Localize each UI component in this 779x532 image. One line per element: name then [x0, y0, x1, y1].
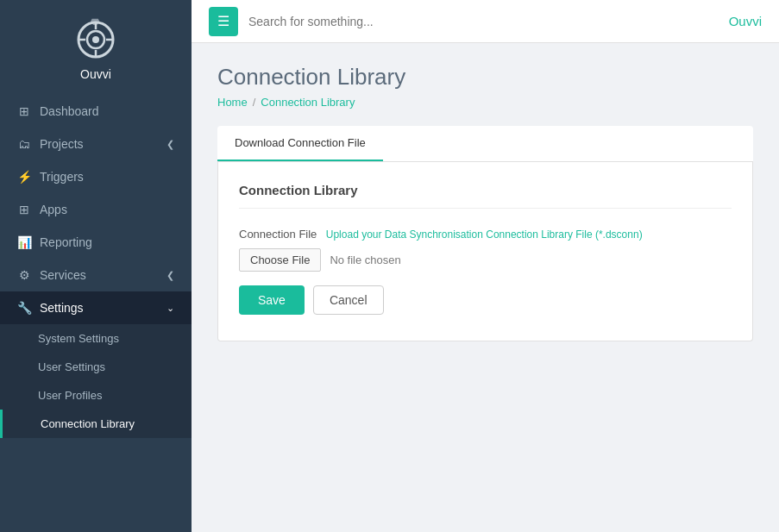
- page-content: Connection Library Home / Connection Lib…: [192, 43, 779, 532]
- topbar-username: Ouvvi: [729, 14, 762, 28]
- triggers-icon: ⚡: [17, 170, 31, 184]
- breadcrumb-current: Connection Library: [261, 96, 355, 109]
- chevron-icon: ❮: [166, 270, 174, 281]
- no-file-text: No file chosen: [330, 253, 400, 266]
- chevron-icon: ❮: [166, 139, 174, 150]
- sidebar-item-dashboard[interactable]: ⊞ Dashboard: [0, 95, 192, 128]
- sidebar-logo: Ouvvi: [0, 0, 192, 95]
- form-actions: Save Cancel: [239, 285, 732, 315]
- subnav-label: Connection Library: [41, 417, 135, 430]
- sidebar-item-label: Dashboard: [40, 104, 99, 118]
- tab-bar: Download Connection File: [217, 126, 753, 162]
- subnav-item-user-settings[interactable]: User Settings: [0, 353, 192, 381]
- services-icon: ⚙: [17, 268, 31, 282]
- breadcrumb-home-link[interactable]: Home: [217, 96, 248, 109]
- sidebar: Ouvvi ⊞ Dashboard 🗂 Projects ❮ ⚡ Trigger…: [0, 0, 192, 532]
- sidebar-item-projects[interactable]: 🗂 Projects ❮: [0, 128, 192, 160]
- subnav-item-user-profiles[interactable]: User Profiles: [0, 381, 192, 410]
- connection-library-card: Connection Library Connection File Uploa…: [217, 162, 753, 341]
- sidebar-item-label: Projects: [40, 137, 84, 151]
- sidebar-item-label: Triggers: [40, 170, 84, 184]
- sidebar-item-label: Settings: [40, 301, 84, 315]
- topbar: ☰ Ouvvi: [192, 0, 779, 43]
- sidebar-item-label: Services: [40, 268, 86, 282]
- sidebar-navigation: ⊞ Dashboard 🗂 Projects ❮ ⚡ Triggers ⊞ Ap…: [0, 95, 192, 532]
- topbar-left: ☰: [209, 7, 507, 36]
- save-button[interactable]: Save: [239, 285, 305, 315]
- settings-subnav: System Settings User Settings User Profi…: [0, 324, 192, 438]
- sidebar-item-apps[interactable]: ⊞ Apps: [0, 193, 192, 226]
- breadcrumb: Home / Connection Library: [217, 96, 753, 109]
- brand-name: Ouvvi: [80, 67, 111, 81]
- subnav-label: System Settings: [38, 332, 119, 345]
- sidebar-item-services[interactable]: ⚙ Services ❮: [0, 259, 192, 291]
- file-hint: Upload your Data Synchronisation Connect…: [326, 228, 643, 241]
- choose-file-button[interactable]: Choose File: [239, 248, 321, 272]
- svg-point-2: [92, 36, 99, 43]
- apps-icon: ⊞: [17, 203, 31, 216]
- page-title: Connection Library: [217, 64, 753, 91]
- tab-download-connection-file[interactable]: Download Connection File: [217, 126, 383, 161]
- main-area: ☰ Ouvvi Connection Library Home / Connec…: [192, 0, 779, 532]
- chevron-down-icon: ⌄: [166, 303, 174, 314]
- breadcrumb-separator: /: [253, 96, 256, 109]
- dashboard-icon: ⊞: [17, 104, 31, 118]
- subnav-item-system-settings[interactable]: System Settings: [0, 324, 192, 353]
- settings-icon: 🔧: [17, 301, 31, 315]
- cancel-button[interactable]: Cancel: [313, 285, 384, 315]
- tab-label: Download Connection File: [235, 136, 366, 149]
- card-title: Connection Library: [239, 183, 732, 209]
- sidebar-item-reporting[interactable]: 📊 Reporting: [0, 226, 192, 259]
- subnav-label: User Profiles: [38, 389, 102, 402]
- sidebar-item-settings[interactable]: 🔧 Settings ⌄: [0, 291, 192, 324]
- projects-icon: 🗂: [17, 137, 31, 151]
- search-input[interactable]: [248, 15, 507, 28]
- file-upload-row: Connection File Upload your Data Synchro…: [239, 226, 732, 272]
- sidebar-item-label: Reporting: [40, 235, 92, 249]
- brand-logo-icon: [73, 17, 118, 62]
- file-label: Connection File: [239, 228, 317, 241]
- menu-button[interactable]: ☰: [209, 7, 238, 36]
- reporting-icon: 📊: [17, 235, 31, 249]
- subnav-item-connection-library[interactable]: Connection Library: [0, 410, 192, 438]
- file-input-row: Choose File No file chosen: [239, 248, 401, 272]
- subnav-label: User Settings: [38, 360, 105, 373]
- sidebar-item-triggers[interactable]: ⚡ Triggers: [0, 160, 192, 193]
- sidebar-item-label: Apps: [40, 203, 67, 216]
